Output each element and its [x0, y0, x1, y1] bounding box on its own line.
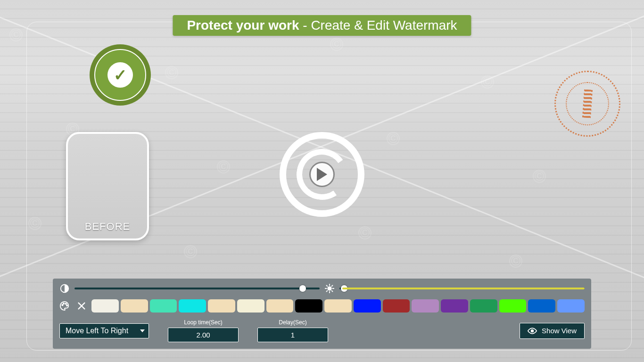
show-view-button[interactable]: Show View [520, 323, 585, 339]
sliders-row [59, 283, 585, 294]
color-swatch[interactable] [266, 299, 294, 313]
color-swatch[interactable] [383, 299, 410, 313]
svg-point-13 [66, 305, 67, 306]
animation-dropdown[interactable]: Move Left To Right [59, 323, 149, 338]
svg-point-12 [66, 303, 66, 304]
color-swatch[interactable] [237, 299, 264, 313]
svg-point-10 [62, 304, 63, 305]
svg-line-7 [332, 291, 333, 292]
color-swatch[interactable] [324, 299, 352, 313]
color-swatch[interactable] [499, 299, 527, 313]
opacity-slider[interactable] [74, 288, 320, 289]
animation-selected: Move Left To Right [66, 327, 128, 335]
page-title-bold: Protect your work [187, 18, 299, 33]
close-icon[interactable] [76, 301, 87, 311]
color-swatch[interactable] [557, 299, 585, 313]
color-swatch[interactable] [121, 299, 148, 313]
color-swatch[interactable] [441, 299, 468, 313]
svg-point-11 [63, 303, 64, 304]
bottom-row: Move Left To Right Loop time(Sec) 2.00 D… [59, 319, 585, 342]
color-swatch[interactable] [150, 299, 177, 313]
color-swatch[interactable] [470, 299, 497, 313]
page-title-rest: - Create & Edit Watermark [299, 18, 457, 33]
before-label: BEFORE [85, 221, 130, 233]
before-thumbnail[interactable]: BEFORE [66, 132, 149, 240]
play-button[interactable] [280, 132, 364, 217]
control-panel: Move Left To Right Loop time(Sec) 2.00 D… [53, 279, 591, 349]
color-swatch[interactable] [412, 299, 439, 313]
color-swatch[interactable] [528, 299, 555, 313]
check-icon: ✓ [107, 62, 133, 88]
color-swatch[interactable] [295, 299, 322, 313]
opacity-icon [59, 283, 70, 294]
color-swatches [91, 299, 585, 313]
loop-time-field: Loop time(Sec) 2.00 [168, 319, 239, 342]
svg-line-8 [326, 291, 327, 292]
delay-field: Delay(Sec) 1 [257, 319, 328, 342]
play-icon [317, 168, 327, 181]
loop-time-label: Loop time(Sec) [168, 319, 239, 326]
color-swatch[interactable] [91, 299, 119, 313]
delay-label: Delay(Sec) [257, 319, 328, 326]
svg-line-6 [326, 285, 327, 286]
show-view-label: Show View [542, 327, 577, 335]
color-swatch[interactable] [354, 299, 381, 313]
svg-line-9 [332, 285, 333, 286]
tower-icon [582, 89, 593, 118]
color-swatch[interactable] [208, 299, 235, 313]
approved-stamp[interactable]: ✓ [90, 44, 151, 106]
brightness-slider[interactable] [339, 288, 585, 289]
brightness-icon [324, 283, 335, 294]
page-title: Protect your work - Create & Edit Waterm… [173, 15, 471, 36]
delay-input[interactable]: 1 [257, 328, 328, 342]
svg-point-1 [328, 287, 331, 290]
pisa-stamp[interactable] [554, 71, 620, 137]
eye-icon [528, 326, 537, 336]
loop-time-input[interactable]: 2.00 [168, 328, 239, 342]
color-swatch[interactable] [179, 299, 206, 313]
palette-row [59, 299, 585, 313]
svg-point-16 [531, 329, 534, 332]
color-picker-icon[interactable] [59, 301, 70, 311]
